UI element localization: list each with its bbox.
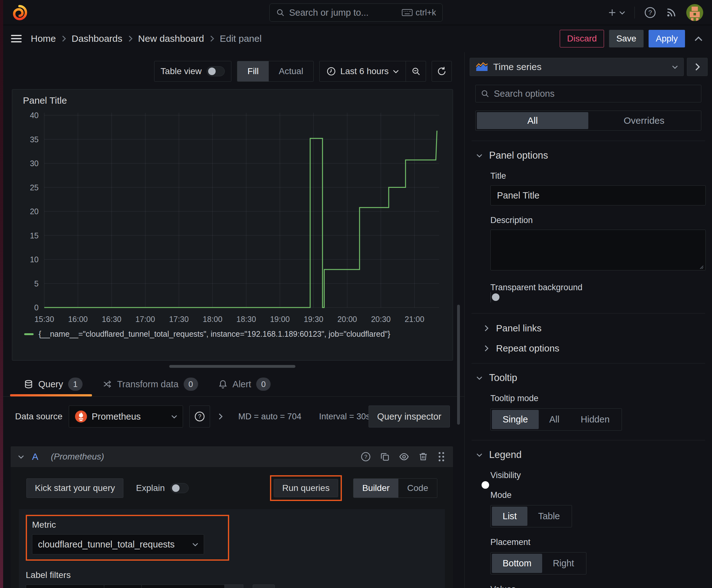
explain-toggle[interactable]	[170, 483, 189, 493]
clock-icon	[326, 67, 336, 76]
time-range-picker[interactable]: Last 6 hours	[320, 61, 406, 81]
breadcrumb-edit-panel: Edit panel	[220, 33, 261, 44]
chevron-down-icon[interactable]	[18, 455, 24, 459]
transparent-background-toggle[interactable]	[490, 292, 491, 302]
prometheus-icon	[75, 410, 87, 423]
promql-builder-panel: Metric cloudflared_tunnel_total_requests…	[19, 509, 445, 588]
main-scrollbar[interactable]	[457, 305, 460, 425]
global-search-input[interactable]: Search or jump to... ctrl+k	[269, 3, 443, 22]
tab-overrides[interactable]: Overrides	[588, 112, 700, 129]
time-series-chart[interactable]: 051015202530354015:3016:0016:3017:0017:3…	[18, 106, 445, 328]
fill-option[interactable]: Fill	[237, 61, 269, 81]
mode-table-option[interactable]: Table	[527, 507, 570, 526]
panel-options-sidebar: Time series Search options All Overrides	[464, 52, 712, 588]
mode-list-option[interactable]: List	[492, 507, 527, 526]
apply-button[interactable]: Apply	[649, 30, 685, 47]
run-queries-button[interactable]: Run queries	[274, 479, 338, 497]
placement-bottom-option[interactable]: Bottom	[492, 554, 542, 573]
search-icon	[276, 8, 285, 17]
discard-button[interactable]: Discard	[560, 30, 604, 47]
title-input[interactable]	[490, 185, 706, 205]
series-label[interactable]: {__name__="cloudflared_tunnel_total_requ…	[39, 330, 390, 339]
tab-transform-label: Transform data	[117, 379, 179, 390]
eye-icon[interactable]	[399, 452, 409, 462]
description-field: Description	[490, 215, 705, 273]
tooltip-mode-switch: Single All Hidden	[490, 408, 622, 430]
tooltip-hidden-option[interactable]: Hidden	[570, 410, 620, 429]
chevron-right-icon	[128, 36, 132, 42]
placement-right-option[interactable]: Right	[542, 554, 585, 573]
section-panel-options[interactable]: Panel options	[472, 141, 705, 161]
grafana-logo-icon[interactable]	[11, 4, 28, 21]
tab-alert-label: Alert	[233, 379, 252, 390]
fill-actual-switch: Fill Actual	[237, 61, 314, 82]
collapse-options-button[interactable]	[687, 58, 708, 76]
remove-filter-button[interactable]	[224, 585, 243, 588]
panel-links-section[interactable]: Panel links	[472, 313, 705, 334]
background-edge-strip	[0, 0, 3, 588]
code-option[interactable]: Code	[398, 479, 437, 498]
zoom-out-button[interactable]	[406, 61, 426, 81]
tab-transform-count: 0	[184, 378, 198, 391]
repeat-options-section[interactable]: Repeat options	[472, 334, 705, 354]
metric-select[interactable]: cloudflared_tunnel_total_requests	[32, 534, 204, 554]
save-button[interactable]: Save	[609, 30, 644, 47]
add-filter-button[interactable]	[253, 585, 275, 588]
operator-dropdown[interactable]: =	[104, 585, 142, 588]
label-filters-label: Label filters	[26, 570, 437, 580]
datasource-help-button[interactable]: ?	[189, 405, 210, 427]
keyboard-icon	[402, 9, 412, 16]
collapse-header-button[interactable]	[694, 36, 703, 41]
placement-label: Placement	[490, 538, 705, 547]
refresh-button[interactable]	[432, 61, 452, 82]
description-textarea[interactable]	[490, 230, 706, 270]
expand-stats-chevron[interactable]	[218, 413, 222, 420]
description-label: Description	[490, 215, 705, 225]
select-label-dropdown[interactable]: Select label	[26, 585, 104, 588]
breadcrumb-dashboards[interactable]: Dashboards	[71, 33, 123, 44]
help-icon[interactable]: ?	[644, 6, 656, 19]
svg-text:16:30: 16:30	[102, 315, 122, 323]
breadcrumb-home[interactable]: Home	[31, 33, 56, 44]
tab-all[interactable]: All	[477, 112, 588, 129]
transparent-background-field: Transparent background	[490, 283, 705, 302]
svg-text:10: 10	[30, 255, 39, 264]
builder-option[interactable]: Builder	[353, 479, 398, 498]
search-shortcut: ctrl+k	[416, 8, 436, 18]
tooltip-single-option[interactable]: Single	[492, 410, 539, 429]
tooltip-all-option[interactable]: All	[539, 410, 570, 429]
datasource-picker[interactable]: Prometheus	[69, 405, 183, 427]
menu-toggle-button[interactable]	[9, 35, 23, 43]
title-field: Title	[490, 171, 705, 205]
query-inspector-button[interactable]: Query inspector	[369, 405, 450, 427]
options-search-input[interactable]: Search options	[475, 85, 701, 102]
table-view-toggle[interactable]	[207, 66, 225, 76]
metric-value: cloudflared_tunnel_total_requests	[38, 539, 175, 550]
datasource-row: Data source Prometheus	[11, 405, 453, 428]
kick-start-query-button[interactable]: Kick start your query	[26, 478, 123, 498]
resize-handle-icon[interactable]	[699, 265, 704, 270]
help-icon[interactable]: ?	[361, 452, 371, 462]
svg-text:20: 20	[30, 207, 39, 216]
tab-transform-data[interactable]: Transform data 0	[103, 378, 198, 396]
actual-option[interactable]: Actual	[269, 61, 313, 81]
panel-resize-handle[interactable]	[169, 365, 296, 368]
duplicate-icon[interactable]	[380, 452, 390, 461]
tab-query[interactable]: Query 1	[24, 378, 83, 396]
user-avatar[interactable]	[686, 4, 703, 21]
breadcrumb-new-dashboard[interactable]: New dashboard	[138, 33, 204, 44]
datasource-label: Data source	[15, 412, 63, 422]
refresh-icon	[437, 66, 447, 76]
tab-alert[interactable]: Alert 0	[218, 378, 271, 396]
select-value-dropdown[interactable]: Select value	[141, 585, 225, 588]
visualization-picker[interactable]: Time series	[470, 58, 684, 76]
trash-icon[interactable]	[418, 452, 428, 461]
query-editor-area: Data source Prometheus	[0, 397, 464, 588]
section-tooltip[interactable]: Tooltip	[472, 363, 705, 383]
news-rss-icon[interactable]	[666, 7, 677, 18]
section-legend[interactable]: Legend	[472, 440, 705, 460]
drag-handle-icon[interactable]	[437, 452, 446, 462]
query-stats: MD = auto = 704 Interval = 30s	[238, 405, 370, 428]
add-new-button[interactable]	[607, 8, 625, 17]
query-card-header[interactable]: A (Prometheus) ?	[11, 446, 453, 467]
